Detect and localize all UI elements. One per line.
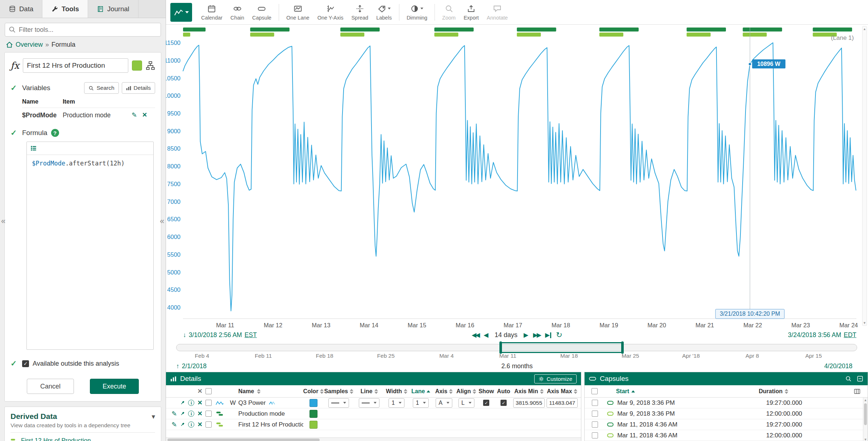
list-icon[interactable] <box>30 145 37 152</box>
color-swatch[interactable] <box>310 399 317 407</box>
toolbar-calendar-button[interactable]: Calendar <box>197 2 227 22</box>
toolbar-one-y-axis-button[interactable]: One Y-Axis <box>313 2 348 22</box>
step-forward-half-button[interactable]: ▶ <box>524 331 528 339</box>
show-checkbox[interactable] <box>483 400 489 406</box>
execute-button[interactable]: Execute <box>90 379 139 394</box>
trend-chart[interactable]: 1150011000105001000095009000850080007500… <box>166 25 868 328</box>
extend-investigate-left-icon[interactable]: ↑ <box>176 362 179 370</box>
condition-name[interactable]: First 12 Hrs of Production <box>238 421 304 428</box>
line-width-dropdown[interactable]: 1 <box>389 398 404 408</box>
info-icon[interactable]: i <box>188 421 194 428</box>
col-header-axis[interactable]: Axis <box>433 388 455 395</box>
variables-search-button[interactable]: Search <box>84 82 119 94</box>
scroll-up-icon[interactable]: ▲ <box>863 27 866 31</box>
capsule-row[interactable]: Mar 11, 2018 4:36 AM 12:00:00.000 <box>585 430 868 441</box>
toolbar-dimming-button[interactable]: Dimming <box>403 2 431 22</box>
toolbar-chain-button[interactable]: Chain <box>227 2 248 22</box>
capsule-checkbox[interactable] <box>592 432 598 438</box>
investigate-range-end[interactable]: 4/20/2018 <box>824 362 852 370</box>
column-selector-icon[interactable] <box>854 388 860 394</box>
view-mode-button[interactable] <box>170 3 192 22</box>
condition-name[interactable]: Production mode <box>238 410 285 417</box>
col-header-show[interactable]: Show <box>478 388 495 395</box>
info-icon[interactable]: i <box>188 400 194 406</box>
details-row-q3-power[interactable]: i ✕ W Q3 Power 1 1 A L 3815.9055 <box>166 398 581 408</box>
step-back-half-button[interactable]: ◀ <box>484 331 489 339</box>
toolbar-labels-button[interactable]: Labels <box>372 2 396 22</box>
col-header-name[interactable]: Name <box>238 388 303 395</box>
remove-icon[interactable]: ✕ <box>197 399 202 407</box>
compare-icon[interactable] <box>269 400 276 406</box>
toolbar-one-lane-button[interactable]: One Lane <box>282 2 313 22</box>
info-icon[interactable]: i <box>188 411 194 417</box>
dependencies-icon[interactable] <box>146 61 155 70</box>
col-header-align[interactable]: Align <box>455 388 478 395</box>
col-header-samples[interactable]: Samples <box>324 388 354 395</box>
col-header-axis-max[interactable]: Axis Max <box>545 388 579 395</box>
pin-icon[interactable] <box>180 411 185 416</box>
details-row-first-12-hrs[interactable]: ✎ i ✕ First 12 Hrs of Production <box>166 419 581 430</box>
align-dropdown[interactable]: L <box>458 398 474 408</box>
timezone-start[interactable]: EST <box>245 331 257 339</box>
breadcrumb-overview-link[interactable]: Overview <box>16 41 43 49</box>
signal-name[interactable]: Q3 Power <box>238 399 266 407</box>
chevron-down-icon[interactable]: ▾ <box>151 412 155 421</box>
line-style-dropdown[interactable] <box>359 398 379 408</box>
capsule-checkbox[interactable] <box>592 400 598 406</box>
scroll-down-icon[interactable]: ▼ <box>864 438 867 441</box>
scroll-down-icon[interactable]: ▼ <box>863 321 866 325</box>
tab-data[interactable]: Data <box>0 0 42 18</box>
col-header-axis-min[interactable]: Axis Min <box>512 388 546 395</box>
details-row-production-mode[interactable]: ✎ i ✕ Production mode <box>166 408 581 419</box>
capsule-row[interactable]: Mar 9, 2018 3:36 PM 12:00:00.000 <box>585 408 868 419</box>
remove-variable-icon[interactable]: ✕ <box>142 111 147 119</box>
tab-tools[interactable]: Tools <box>42 0 88 18</box>
col-header-width[interactable]: Width <box>385 388 409 395</box>
timezone-end[interactable]: EDT <box>844 331 856 339</box>
col-header-duration[interactable]: Duration <box>759 388 854 395</box>
col-header-auto[interactable]: Auto <box>495 388 512 395</box>
refresh-icon[interactable]: ↻ <box>556 331 562 339</box>
derived-item-link[interactable]: First 12 Hrs of Production <box>21 437 91 441</box>
select-all-checkbox[interactable] <box>205 388 212 394</box>
col-header-color[interactable]: Color <box>303 388 324 395</box>
step-forward-full-button[interactable]: ▶▶ <box>533 331 540 339</box>
pin-icon[interactable] <box>180 400 185 406</box>
horizontal-scrollbar[interactable] <box>166 437 581 441</box>
collapse-panel-handle[interactable]: « <box>1 217 5 226</box>
scroll-up-icon[interactable]: ▲ <box>864 398 867 402</box>
investigate-range-start[interactable]: 2/1/2018 <box>182 362 207 370</box>
available-checkbox[interactable]: ✓ <box>22 360 29 367</box>
collapse-sidebar-handle[interactable]: « <box>160 217 164 226</box>
select-all-capsules-checkbox[interactable] <box>591 388 598 394</box>
display-range-start[interactable]: 3/10/2018 2:56 AM <box>189 331 242 339</box>
toolbar-spread-button[interactable]: Spread <box>347 2 372 22</box>
deselect-capsules-icon[interactable] <box>857 375 863 382</box>
color-swatch-button[interactable] <box>132 60 142 71</box>
row-checkbox[interactable] <box>205 400 212 406</box>
timeline-selection[interactable] <box>500 342 623 353</box>
capsule-row[interactable]: Mar 11, 2018 4:36 AM 19:27:00.000 <box>585 419 868 430</box>
row-checkbox[interactable] <box>205 421 212 428</box>
tab-journal[interactable]: Journal <box>88 0 138 18</box>
capsule-checkbox[interactable] <box>592 411 598 417</box>
col-header-lane[interactable]: Lane <box>409 388 433 395</box>
zoom-to-capsule-icon[interactable] <box>845 375 852 382</box>
customize-button[interactable]: Customize <box>534 374 577 383</box>
axis-min-input[interactable]: 3815.9055 <box>513 398 545 408</box>
cancel-button[interactable]: Cancel <box>27 379 74 394</box>
color-swatch[interactable] <box>310 410 317 418</box>
formula-help-icon[interactable]: ? <box>51 129 59 137</box>
formula-code[interactable]: $ProdMode.afterStart(12h) <box>27 155 153 172</box>
toolbar-capsule-button[interactable]: Capsule <box>248 2 275 22</box>
toolbar-export-button[interactable]: Export <box>460 2 483 22</box>
formula-editor[interactable]: $ProdMode.afterStart(12h) <box>26 142 154 350</box>
pin-icon[interactable] <box>180 422 185 427</box>
capsule-checkbox[interactable] <box>592 421 598 428</box>
auto-checkbox[interactable] <box>501 400 507 406</box>
samples-style-dropdown[interactable] <box>328 398 349 408</box>
color-swatch[interactable] <box>310 421 317 429</box>
home-icon[interactable] <box>6 41 13 49</box>
extend-range-left-icon[interactable]: ↓ <box>183 331 186 339</box>
axis-dropdown[interactable]: A <box>436 398 452 408</box>
